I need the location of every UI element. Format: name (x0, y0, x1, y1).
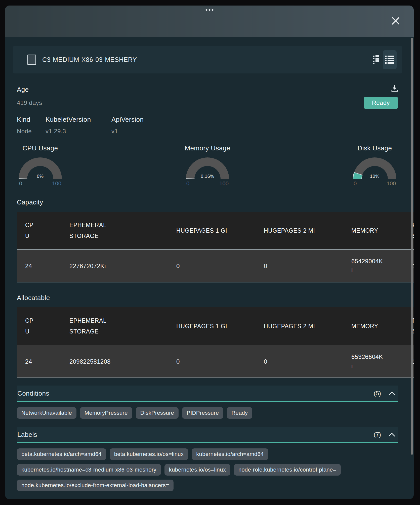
close-icon[interactable] (391, 16, 400, 26)
config-view-icon[interactable] (373, 55, 379, 64)
resource-header-card: C3-MEDIUM-X86-03-MESHERY (13, 46, 402, 73)
table-cell: 0 (260, 249, 347, 282)
drag-handle-dots-icon[interactable] (205, 9, 213, 11)
labels-accordion-header[interactable]: Labels (7) (17, 427, 398, 443)
chip[interactable]: PIDPressure (182, 407, 223, 419)
conditions-count: (5) (374, 390, 381, 397)
chevron-up-icon (389, 392, 395, 395)
table-header-row: CPUEPHEMERAL STORAGEHUGEPAGES 1 GIHUGEPA… (17, 307, 414, 345)
age-label: Age (17, 86, 29, 94)
column-header: HUGEPAGES 1 GI (172, 212, 260, 249)
chip[interactable]: beta.kubernetes.io/os=linux (110, 448, 188, 460)
table-row: 24227672072Ki0065429004Ki110 (17, 249, 414, 282)
column-header: MEMORY (347, 212, 408, 249)
meta-grid: Kind KubeletVersion ApiVersion Node v1.2… (17, 116, 398, 135)
table-header-row: CPUEPHEMERAL STORAGEHUGEPAGES 1 GIHUGEPA… (17, 212, 414, 249)
download-icon[interactable] (391, 85, 398, 92)
api-version-value: v1 (111, 128, 398, 135)
chip[interactable]: MemoryPressure (80, 407, 132, 419)
api-version-label: ApiVersion (111, 116, 398, 123)
table-cell: 0 (260, 345, 347, 378)
table-row: 242098225812080065326604Ki110 (17, 345, 414, 378)
kubelet-version-value: v1.29.3 (46, 128, 111, 135)
column-header: HUGEPAGES 2 MI (260, 307, 347, 345)
labels-count: (7) (374, 431, 381, 438)
allocatable-title: Allocatable (17, 294, 398, 302)
column-header: CPU (17, 307, 65, 345)
column-header: HUGEPAGES 1 GI (172, 307, 260, 345)
column-header: CPU (17, 212, 65, 249)
table-cell: 24 (17, 249, 65, 282)
usage-gauges: CPU Usage 0% 0100 Memory Usage 0.16% 010… (17, 144, 398, 187)
labels-chip-list: beta.kubernetes.io/arch=amd64beta.kubern… (17, 448, 398, 491)
chip[interactable]: beta.kubernetes.io/arch=amd64 (17, 448, 106, 460)
node-details-content: Age 419 days Ready Kind KubeletVersion A… (17, 86, 398, 491)
kind-value: Node (17, 128, 46, 135)
modal-title-bar (5, 6, 414, 37)
kind-label: Kind (17, 116, 46, 123)
table-cell: 0 (172, 249, 260, 282)
chip[interactable]: node-role.kubernetes.io/control-plane= (234, 464, 341, 476)
column-header: EPHEMERAL STORAGE (65, 212, 172, 249)
capacity-table: CPUEPHEMERAL STORAGEHUGEPAGES 1 GIHUGEPA… (17, 212, 414, 282)
disk-usage-gauge: Disk Usage 10% 0100 (351, 144, 398, 187)
node-title: C3-MEDIUM-X86-03-MESHERY (42, 56, 137, 63)
table-cell: 65326604Ki (347, 345, 408, 378)
memory-usage-gauge: Memory Usage 0.16% 0100 (184, 144, 231, 187)
desktop-background: { "window": { "close": "close", "drag_ha… (0, 0, 420, 505)
chip[interactable]: node.kubernetes.io/exclude-from-external… (17, 480, 174, 491)
capacity-title: Capacity (17, 198, 398, 206)
table-cell: 24 (17, 345, 65, 378)
table-cell: 65429004Ki (347, 249, 408, 282)
column-header: HUGEPAGES 2 MI (260, 212, 347, 249)
kubelet-version-label: KubeletVersion (46, 116, 111, 123)
chip[interactable]: DiskPressure (136, 407, 179, 419)
chip[interactable]: Ready (227, 407, 252, 419)
view-toggle-group (373, 50, 397, 69)
status-badge: Ready (364, 97, 398, 109)
conditions-title: Conditions (17, 390, 49, 397)
chevron-up-icon (389, 433, 395, 437)
chip[interactable]: kubernetes.io/hostname=c3-medium-x86-03-… (17, 464, 161, 476)
allocatable-table: CPUEPHEMERAL STORAGEHUGEPAGES 1 GIHUGEPA… (17, 307, 414, 378)
age-value: 419 days (17, 99, 42, 106)
chip[interactable]: NetworkUnavailable (17, 407, 76, 419)
chip[interactable]: kubernetes.io/os=linux (164, 464, 230, 476)
table-cell: 209822581208 (65, 345, 172, 378)
list-view-toggle-active[interactable] (383, 50, 397, 69)
cpu-usage-gauge: CPU Usage 0% 0100 (17, 144, 64, 187)
node-details-modal: C3-MEDIUM-X86-03-MESHERY Age (5, 6, 414, 499)
labels-title: Labels (17, 431, 37, 439)
chip[interactable]: kubernetes.io/arch=amd64 (192, 448, 268, 460)
table-cell: 0 (172, 345, 260, 378)
vertical-scrollbar-thumb[interactable] (411, 38, 413, 455)
conditions-accordion-header[interactable]: Conditions (5) (17, 386, 398, 402)
conditions-chip-list: NetworkUnavailableMemoryPressureDiskPres… (17, 407, 398, 419)
list-view-icon (385, 56, 394, 64)
table-cell: 227672072Ki (65, 249, 172, 282)
column-header: MEMORY (347, 307, 408, 345)
column-header: EPHEMERAL STORAGE (65, 307, 172, 345)
select-node-checkbox[interactable] (27, 55, 36, 65)
